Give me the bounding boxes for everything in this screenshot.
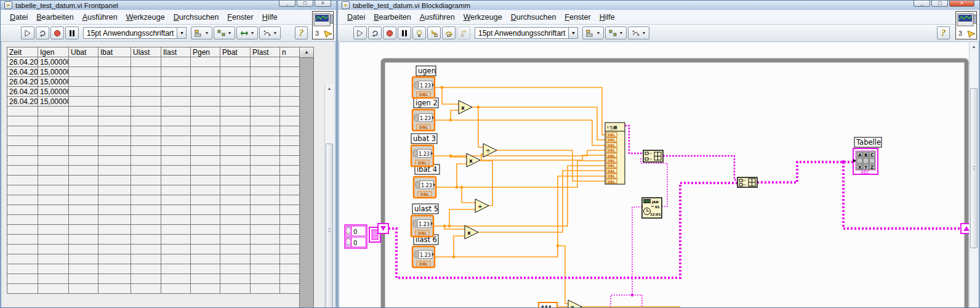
align-objects-button[interactable]: ▼ (582, 26, 604, 39)
table-cell[interactable] (7, 264, 38, 274)
shift-register-right[interactable] (961, 224, 969, 233)
vi-icon-pane[interactable]: 3 (955, 11, 977, 39)
table-cell[interactable] (131, 77, 161, 87)
table-cell[interactable] (131, 107, 161, 116)
step-into-button[interactable] (427, 26, 441, 39)
table-cell[interactable] (131, 97, 161, 107)
table-cell[interactable]: 15,00000 (38, 57, 69, 67)
table-cell[interactable] (280, 166, 300, 176)
table-cell[interactable] (251, 77, 280, 87)
table-cell[interactable] (131, 274, 161, 284)
table-cell[interactable] (191, 195, 220, 205)
table-cell[interactable] (161, 166, 191, 176)
table-cell[interactable] (251, 264, 280, 274)
table-cell[interactable] (220, 284, 251, 294)
table-cell[interactable]: 15,00000 (38, 87, 69, 97)
table-cell[interactable] (69, 235, 98, 245)
table-cell[interactable] (38, 156, 69, 166)
table-cell[interactable] (98, 185, 131, 195)
table-cell[interactable] (131, 254, 161, 264)
control-label[interactable]: ugen (418, 67, 436, 75)
table-cell[interactable] (251, 205, 280, 215)
table-cell[interactable] (251, 107, 280, 116)
scroll-up-icon[interactable]: ▲ (325, 84, 334, 93)
table-cell[interactable] (280, 77, 300, 87)
table-cell[interactable] (131, 166, 161, 176)
table-cell[interactable] (220, 245, 251, 254)
table-cell[interactable] (251, 116, 280, 126)
table-cell[interactable] (98, 254, 131, 264)
table-cell[interactable] (220, 77, 251, 87)
table-cell[interactable] (280, 245, 300, 254)
table-cell[interactable] (280, 116, 300, 126)
table-cell[interactable] (69, 215, 98, 225)
panel-vertical-scrollbar[interactable]: ▲ (324, 84, 334, 307)
table-cell[interactable] (131, 156, 161, 166)
column-header[interactable]: Igen (38, 47, 69, 57)
table-cell[interactable] (161, 116, 191, 126)
table-cell[interactable] (7, 107, 38, 116)
table-cell[interactable] (38, 136, 69, 146)
table-cell[interactable] (38, 166, 69, 176)
numeric-constant[interactable] (539, 302, 557, 307)
array-index-value[interactable]: 0 (353, 229, 357, 235)
table-cell[interactable] (98, 146, 131, 156)
table-cell[interactable] (38, 245, 69, 254)
table-cell[interactable] (69, 77, 98, 87)
table-cell[interactable] (220, 87, 251, 97)
step-out-button[interactable] (457, 26, 470, 39)
table-cell[interactable] (280, 57, 300, 67)
table-cell[interactable] (131, 185, 161, 195)
table-cell[interactable] (191, 156, 220, 166)
data-table[interactable]: ZeitIgenUbatIbatUlastIlastPgenPbatPlastn… (7, 47, 300, 294)
table-cell[interactable] (98, 245, 131, 254)
format-date-time-node[interactable]: JAN 01 12:01 (642, 198, 662, 218)
table-cell[interactable] (7, 205, 38, 215)
table-cell[interactable] (38, 107, 69, 116)
table-scroll-up-icon[interactable]: ▲ (300, 47, 313, 58)
table-cell[interactable] (280, 195, 300, 205)
table-cell[interactable] (161, 67, 191, 77)
abort-button[interactable] (50, 26, 64, 39)
table-cell[interactable] (131, 195, 161, 205)
table-cell[interactable] (191, 107, 220, 116)
table-cell[interactable] (191, 87, 220, 97)
table-cell[interactable] (7, 116, 38, 126)
table-cell[interactable] (220, 67, 251, 77)
build-array-node[interactable] (737, 177, 757, 187)
menu-item-bearbeiten[interactable]: Bearbeiten (32, 12, 78, 23)
distribute-objects-button[interactable]: ▼ (214, 26, 235, 39)
context-help-button[interactable]: ? (937, 26, 950, 39)
table-cell[interactable] (161, 284, 191, 294)
table-cell[interactable]: 26.04.201 (7, 67, 38, 77)
table-cell[interactable] (98, 87, 131, 97)
table-cell[interactable] (98, 264, 131, 274)
table-cell[interactable] (280, 107, 300, 116)
table-cell[interactable] (7, 156, 38, 166)
table-cell[interactable] (98, 97, 131, 107)
table-cell[interactable] (280, 146, 300, 156)
table-cell[interactable] (251, 274, 280, 284)
table-cell[interactable] (161, 136, 191, 146)
table-cell[interactable] (191, 57, 220, 67)
table-cell[interactable] (161, 215, 191, 225)
table-cell[interactable] (7, 185, 38, 195)
table-cell[interactable] (220, 195, 251, 205)
table-cell[interactable] (38, 264, 69, 274)
table-cell[interactable] (7, 245, 38, 254)
table-cell[interactable] (98, 235, 131, 245)
table-cell[interactable] (280, 185, 300, 195)
table-cell[interactable] (7, 126, 38, 136)
table-cell[interactable] (220, 215, 251, 225)
table-cell[interactable] (161, 225, 191, 235)
table-cell[interactable] (251, 57, 280, 67)
menu-item-durchsuchen[interactable]: Durchsuchen (507, 12, 561, 23)
close-button[interactable]: ✕ (949, 1, 974, 7)
table-cell[interactable] (220, 274, 251, 284)
table-cell[interactable] (191, 284, 220, 294)
table-cell[interactable] (280, 264, 300, 274)
table-cell[interactable] (161, 97, 191, 107)
table-cell[interactable] (161, 156, 191, 166)
table-cell[interactable] (220, 107, 251, 116)
table-cell[interactable] (280, 67, 300, 77)
